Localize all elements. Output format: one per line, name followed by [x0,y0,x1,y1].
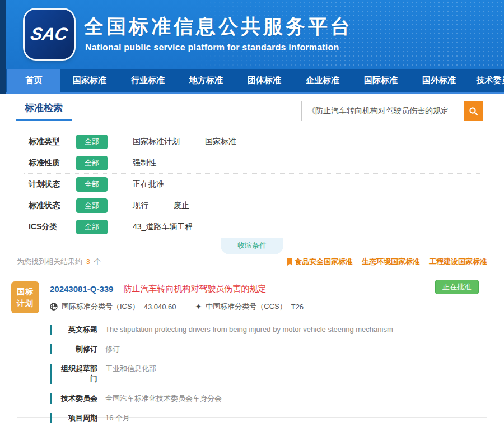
filter-option[interactable]: 国家标准计划 [133,137,180,147]
nav-tab-industry-standards[interactable]: 行业标准 [119,69,177,92]
detail-row-project-cycle: 项目周期 16 个月 [50,413,478,423]
badge-line2: 计划 [11,298,39,309]
detail-label: 项目周期 [57,413,97,423]
filter-label: 标准性质 [29,158,76,168]
site-subtitle: National public service platform for sta… [85,43,339,53]
status-badge[interactable]: 正在批准 [435,280,479,294]
standard-plan-code[interactable]: 20243081-Q-339 [50,284,113,294]
bookmark-icon [287,258,292,266]
compass-icon: ✦ [195,302,202,311]
quick-link-label: 食品安全国家标准 [295,257,353,267]
collapse-conditions-button[interactable]: 收缩条件 [221,238,283,254]
site-title: 全国标准信息公共服务平台 [84,13,353,40]
results-summary-prefix: 为您找到相关结果约 [17,257,82,266]
standard-title-link[interactable]: 防止汽车转向机构对驾驶员伤害的规定 [123,284,266,294]
filter-option[interactable]: 正在批准 [133,179,164,189]
result-card: 国标 计划 20243081-Q-339 防止汽车转向机构对驾驶员伤害的规定 正… [17,272,487,418]
filter-all-button[interactable]: 全部 [76,220,108,234]
page-left-edge [0,0,6,94]
teal-bar [50,325,52,335]
quick-link-label: 生态环境国家标准 [362,257,420,267]
national-plan-badge: 国标 计划 [11,281,39,313]
detail-value: The stipulation protecting drivers from … [105,325,393,335]
filter-row-ics-category: ICS分类 全部 43_道路车辆工程 [24,216,480,238]
results-summary-suffix: 个 [94,257,101,266]
filter-all-button[interactable]: 全部 [76,135,108,149]
detail-label: 技术委员会 [57,393,97,404]
globe-icon [50,303,58,311]
nav-tab-home[interactable]: 首页 [7,69,60,92]
filter-option[interactable]: 废止 [174,201,189,211]
filter-panel: 标准类型 全部 国家标准计划 国家标准 标准性质 全部 强制性 计划状态 全部 … [17,131,487,238]
filter-option[interactable]: 现行 [133,201,148,211]
filter-all-button[interactable]: 全部 [76,156,108,170]
filter-all-button[interactable]: 全部 [76,177,108,192]
detail-value: 修订 [105,344,120,354]
filter-row-standard-status: 标准状态 全部 现行 废止 [24,195,480,216]
classification-row: 国际标准分类号（ICS） 43.040.60 ✦ 中国标准分类号（CCS） T2… [50,302,478,312]
sac-logo[interactable]: SAC [25,10,74,59]
detail-label: 制修订 [57,344,97,354]
nav-tab-local-standards[interactable]: 地方标准 [177,69,235,92]
results-bar: 为您找到相关结果约 3 个 食品安全国家标准 生态环境国家标准 工程建设国家标准 [17,257,487,267]
site-header: SAC 全国标准信息公共服务平台 National public service… [0,0,504,69]
detail-label: 英文标题 [57,325,97,335]
search-section-title: 标准检索 [16,101,72,121]
ics-value: 43.040.60 [144,303,176,311]
sac-logo-text: SAC [29,24,69,44]
filter-option[interactable]: 国家标准 [205,137,236,147]
nav-tab-enterprise-standards[interactable]: 企业标准 [293,69,352,92]
teal-bar [50,413,52,423]
nav-tab-international-standards[interactable]: 国际标准 [352,69,410,92]
nav-tab-group-standards[interactable]: 团体标准 [235,69,293,92]
main-nav: 首页 国家标准 行业标准 地方标准 团体标准 企业标准 国际标准 国外标准 技术… [0,69,504,94]
nav-tab-technical-committee[interactable]: 技术委员会 [468,69,504,92]
filter-options: 国家标准计划 国家标准 [133,137,236,147]
detail-row-technical-committee: 技术委员会 全国汽车标准化技术委员会车身分会 [50,393,478,404]
ccs-label: 中国标准分类号（CCS） [206,302,286,312]
badge-line1: 国标 [11,286,39,298]
filter-options: 现行 废止 [133,201,189,211]
nav-tab-national-standards[interactable]: 国家标准 [60,69,119,92]
detail-value: 16 个月 [105,413,130,423]
search-input[interactable] [301,101,464,121]
teal-bar [50,393,52,404]
filter-options: 正在批准 [133,179,164,189]
filter-label: 标准状态 [29,201,76,211]
ics-label: 国际标准分类号（ICS） [62,302,139,312]
detail-list: 英文标题 The stipulation protecting drivers … [50,325,478,423]
filter-row-standard-type: 标准类型 全部 国家标准计划 国家标准 [24,131,480,152]
card-title-row: 20243081-Q-339 防止汽车转向机构对驾驶员伤害的规定 [50,284,478,294]
filter-label: 标准类型 [29,137,76,147]
teal-bar [50,344,52,354]
detail-row-drafting-department: 组织起草部门 工业和信息化部 [50,364,478,384]
quick-link-food-safety[interactable]: 食品安全国家标准 [287,257,353,267]
filter-label: 计划状态 [29,179,76,189]
filter-all-button[interactable]: 全部 [76,198,108,213]
filter-options: 43_道路车辆工程 [133,222,193,232]
search-section: 标准检索 [0,94,504,126]
filter-option[interactable]: 强制性 [133,158,156,168]
nav-tab-foreign-standards[interactable]: 国外标准 [410,69,468,92]
teal-bar [50,364,52,384]
detail-value: 全国汽车标准化技术委员会车身分会 [105,393,222,404]
detail-value: 工业和信息化部 [105,364,156,384]
filter-option[interactable]: 43_道路车辆工程 [133,222,193,232]
filter-row-standard-nature: 标准性质 全部 强制性 [24,152,480,174]
ccs-value: T26 [291,303,304,311]
quick-link-engineering-construction[interactable]: 工程建设国家标准 [429,257,487,267]
search-box [301,101,483,121]
quick-link-label: 工程建设国家标准 [429,257,487,267]
detail-row-revision-type: 制修订 修订 [50,344,478,354]
results-count: 3 [85,257,92,266]
filter-row-plan-status: 计划状态 全部 正在批准 [24,174,480,195]
search-icon [469,106,478,116]
filter-label: ICS分类 [29,222,76,232]
results-summary: 为您找到相关结果约 3 个 [17,257,101,267]
filter-options: 强制性 [133,158,156,168]
quick-link-eco-environment[interactable]: 生态环境国家标准 [362,257,420,267]
quick-links: 食品安全国家标准 生态环境国家标准 工程建设国家标准 [287,257,487,267]
detail-row-english-title: 英文标题 The stipulation protecting drivers … [50,325,478,335]
search-button[interactable] [464,101,483,121]
detail-label: 组织起草部门 [57,364,97,384]
